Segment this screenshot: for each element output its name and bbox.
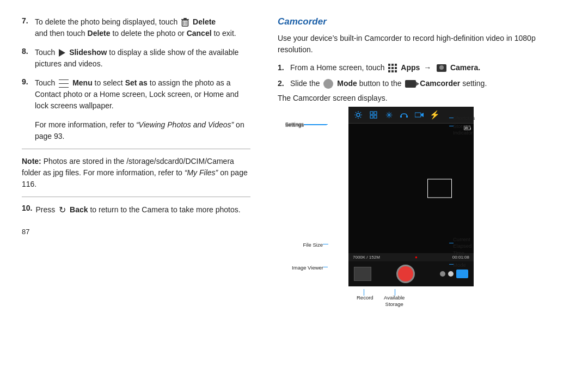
focus-box [427,179,452,198]
trash-icon [181,18,189,27]
step-9-set-as: Set as [125,78,148,87]
callout-settings-label: Settings [278,121,304,127]
step-8-number: 8. [22,47,32,56]
right-step-2-number: 2. [278,78,287,89]
step-7-content: To delete the photo being displayed, tou… [35,16,250,39]
more-info-text: For more information, refer to [35,120,134,129]
step-9-number: 9. [22,77,32,86]
note-block: Note: Photos are stored in the /storage/… [22,156,250,190]
callout-record: Record [357,295,373,301]
step-8-content: Touch Slideshow to display a slide show … [35,47,250,70]
camera-icon [437,64,446,72]
section-title: Camcorder [278,16,572,27]
callout-image-viewer: Image Viewer [283,265,323,271]
left-column: 7. To delete the photo being displayed, … [0,0,267,392]
callout-shortcuts-line [449,118,454,118]
step-9-menu-label: Menu [72,78,93,87]
svg-rect-7 [370,112,373,114]
step-9: 9. Touch Menu to select Set as to assign… [22,77,250,112]
back-icon: ↻ [59,204,66,217]
step-9-text-before: Touch [35,78,55,87]
toolbar-grid-icon [368,109,379,120]
play-icon [59,49,65,57]
callout-storage-line [449,126,454,126]
camcorder-icon [405,80,416,88]
image-viewer-thumb [354,267,371,281]
callout-file-size-line [323,244,328,244]
callout-elapsed-line [449,243,454,243]
toolbar-headphone-icon [399,109,409,120]
step-10-back-label: Back [70,205,88,214]
more-info: For more information, refer to “Viewing … [35,119,250,142]
step-10-number: 10. [22,204,32,212]
camera-label: Camera. [450,63,480,72]
callout-settings-h-line [304,124,328,125]
toolbar-flash-icon: ⚡ [429,109,440,120]
mode-circle-icon [323,79,333,89]
mode-controls [440,270,468,278]
record-button[interactable] [396,265,415,283]
recording-dot: ● [415,255,418,260]
svg-point-6 [357,113,360,117]
toolbar-gear-icon [353,109,364,120]
screen-display-label: The Camcorder screen displays. [278,94,572,102]
callout-shortcuts: Shortcuts [453,115,475,121]
apps-grid-icon [388,64,397,72]
step-9-content: Touch Menu to select Set as to assign th… [35,77,250,112]
callout-storage-vert-line [395,289,395,296]
step-7-delete-label: Delete [193,17,216,26]
page-number: 87 [22,228,250,236]
svg-rect-13 [415,113,421,117]
toolbar-star-icon: ✳ [383,109,394,120]
callout-record-vert-line [364,289,364,296]
step-10-text-after: to return to the Camera to take more pho… [90,205,240,214]
step2-text-before: Slide the [290,79,320,88]
step-7-number: 7. [22,16,32,25]
step-10-content: Press ↻ Back to return to the Camera to … [35,204,250,217]
camcorder-label: Camcorder [420,79,460,88]
cam-viewfinder [348,124,474,253]
step2-text-mid: button to the [359,79,402,88]
section-intro: Use your device’s built-in Camcorder to … [278,33,572,56]
svg-rect-9 [370,115,373,118]
right-step-1-number: 1. [278,62,287,74]
step-7-text-after: and then touch Delete to delete the phot… [35,29,236,38]
step-8-slideshow: Slideshow [69,48,107,57]
callout-storage-indicator: Storage Indicator [453,123,473,137]
mode-label: Mode [337,79,357,88]
right-step-1: 1. From a Home screen, touch Apps → Came… [278,62,572,74]
callout-mode: Mode [453,262,466,268]
mode-dot-1 [440,271,445,277]
step-7-text-before: To delete the photo being displayed, tou… [35,17,177,26]
toolbar-camera-mode-icon [414,109,425,120]
step-9-text-after: to select [95,78,123,87]
right-step-2-content: Slide the Mode button to the Camcorder s… [290,78,487,89]
my-files-ref: “My Files” [185,168,218,177]
file-size-value: 7000K / 152M [353,255,380,260]
svg-rect-11 [400,115,402,118]
right-step-1-content: From a Home screen, touch Apps → Camera. [290,62,480,74]
step-7: 7. To delete the photo being displayed, … [22,16,250,39]
callout-elapsed: CurrentElapsedTime [453,236,471,256]
callout-mode-line [449,264,454,265]
svg-rect-12 [406,115,408,118]
callout-available-storage: AvailableStorage [384,295,405,308]
svg-rect-10 [374,115,377,118]
svg-rect-8 [374,112,377,114]
svg-rect-1 [183,18,187,19]
right-step-2: 2. Slide the Mode button to the Camcorde… [278,78,572,89]
note-bold: Note: [22,157,41,166]
right-column: Camcorder Use your device’s built-in Cam… [267,0,588,392]
callout-image-viewer-line [323,267,328,267]
cam-video-mode-icon [456,270,468,278]
divider-1 [22,149,250,149]
viewing-photos-ref: “Viewing Photos and Videos” [136,120,234,129]
mode-dot-2 [448,271,454,277]
step1-text: From a Home screen, touch [290,63,385,72]
step-10: 10. Press ↻ Back to return to the Camera… [22,204,250,217]
camcorder-screen-wrapper: Settings ✳ [278,107,463,314]
step-8: 8. Touch Slideshow to display a slide sh… [22,47,250,70]
callout-file-size: File Size [293,242,323,248]
step-8-text-before: Touch [35,48,55,57]
step-10-text-before: Press [35,205,55,214]
